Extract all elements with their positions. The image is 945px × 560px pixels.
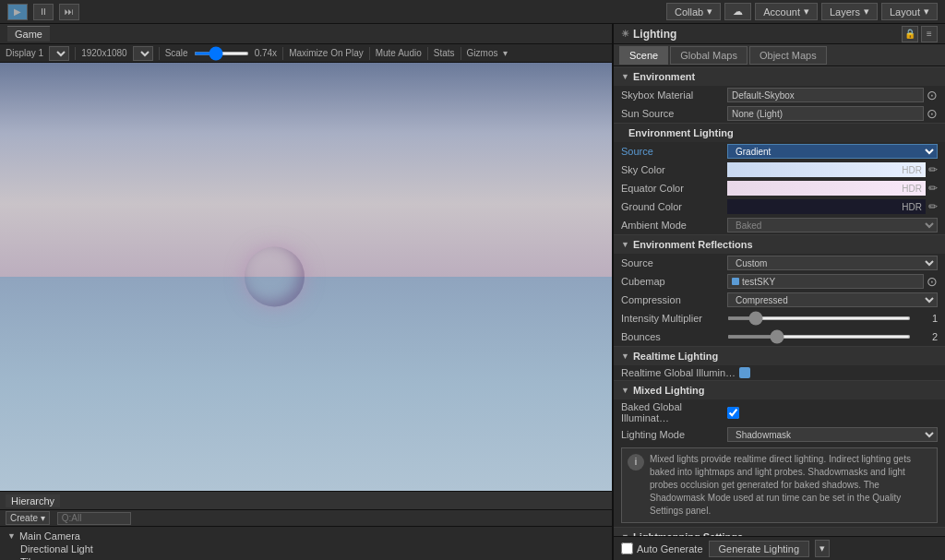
- sky-color-row: Sky Color HDR ✏: [614, 161, 945, 179]
- create-button[interactable]: Create ▾: [6, 511, 50, 525]
- ambient-mode-label: Ambient Mode: [621, 220, 727, 231]
- ambient-mode-select[interactable]: Baked Realtime: [727, 218, 938, 232]
- skybox-dot-icon[interactable]: ⊙: [927, 88, 938, 102]
- top-toolbar: ▶ ⏸ ⏭ Collab ▾ ☁ Account ▾ Layers ▾ Layo…: [0, 0, 945, 24]
- auto-generate-checkbox[interactable]: [621, 542, 633, 554]
- gizmos-arrow: ▾: [503, 48, 508, 58]
- menu-button[interactable]: ≡: [921, 26, 938, 42]
- refl-source-select[interactable]: Custom Skybox: [727, 256, 938, 270]
- lock-button[interactable]: 🔒: [902, 26, 918, 42]
- mixed-header: ▼ Mixed Lighting: [614, 380, 945, 399]
- sun-input[interactable]: [727, 106, 924, 121]
- list-item[interactable]: Tile: [20, 555, 604, 560]
- sphere-object: [245, 247, 305, 307]
- stats-label[interactable]: Stats: [434, 48, 455, 58]
- source-row: Source Gradient Color Skybox: [614, 142, 945, 161]
- lighting-sub-tabs: Scene Global Maps Object Maps: [614, 44, 945, 66]
- cubemap-dot-icon[interactable]: ⊙: [927, 274, 938, 289]
- sun-value: ⊙: [727, 106, 938, 121]
- realtime-gi-row: Realtime Global Illumin…: [614, 365, 945, 380]
- account-button[interactable]: Account ▾: [755, 3, 818, 20]
- hierarchy-item-label: Directional Light: [20, 543, 93, 554]
- equator-color-edit-icon[interactable]: ✏: [928, 182, 938, 195]
- lighting-icon: ☀: [621, 29, 629, 39]
- sky-color-swatch[interactable]: HDR: [727, 162, 926, 177]
- sep1: [75, 47, 76, 60]
- display-select[interactable]: [49, 46, 69, 61]
- baked-gi-checkbox[interactable]: [727, 407, 739, 419]
- resolution-select[interactable]: [133, 46, 153, 61]
- collab-label: Collab: [675, 6, 703, 18]
- generate-dropdown-button[interactable]: ▾: [815, 540, 830, 557]
- equator-color-label: Equator Color: [621, 183, 727, 194]
- compression-select[interactable]: Compressed Uncompressed: [727, 292, 938, 307]
- scale-label: Scale: [165, 48, 188, 58]
- mute-label[interactable]: Mute Audio: [376, 48, 422, 58]
- equator-color-row: Equator Color HDR ✏: [614, 179, 945, 197]
- maximize-label[interactable]: Maximize On Play: [289, 48, 364, 58]
- equator-color-swatch[interactable]: HDR: [727, 181, 926, 196]
- source-label: Source: [621, 146, 727, 157]
- tab-object-maps-label: Object Maps: [760, 50, 817, 61]
- lighting-mode-row: Lighting Mode Shadowmask Subtractive Bak…: [614, 425, 945, 444]
- lightmapping-header: ▼ Lightmapping Settings: [614, 527, 945, 536]
- scale-slider[interactable]: [194, 52, 249, 55]
- sky-gradient: [0, 63, 612, 298]
- baked-gi-value: [727, 407, 938, 419]
- step-button[interactable]: ⏭: [59, 4, 79, 20]
- source-select[interactable]: Gradient Color Skybox: [727, 144, 938, 159]
- cubemap-row: Cubemap testSKY ⊙: [614, 272, 945, 291]
- game-tab[interactable]: Game: [7, 26, 50, 42]
- intensity-slider[interactable]: [727, 316, 911, 320]
- mixed-info-box: i Mixed lights provide realtime direct l…: [621, 447, 938, 523]
- collab-button[interactable]: Collab ▾: [666, 3, 721, 20]
- layout-button[interactable]: Layout ▾: [881, 3, 938, 20]
- lighting-mode-select[interactable]: Shadowmask Subtractive Baked Indirect: [727, 427, 938, 442]
- tab-object-maps[interactable]: Object Maps: [749, 46, 827, 65]
- equator-color-badge: HDR: [902, 184, 922, 194]
- cloud-button[interactable]: ☁: [724, 3, 751, 20]
- sun-dot-icon[interactable]: ⊙: [927, 106, 938, 121]
- cubemap-field[interactable]: testSKY: [727, 274, 924, 289]
- bounces-value: 2: [727, 331, 938, 342]
- collab-arrow: ▾: [707, 6, 712, 18]
- main-area: Game Display 1 1920x1080 Scale 0.74x Max…: [0, 24, 945, 560]
- ambient-mode-value: Baked Realtime: [727, 218, 938, 232]
- tab-global-maps[interactable]: Global Maps: [670, 46, 748, 65]
- lighting-mode-label: Lighting Mode: [621, 429, 727, 440]
- hierarchy-item-label: Main Camera: [19, 530, 80, 542]
- skybox-input[interactable]: [727, 88, 924, 102]
- layers-button[interactable]: Layers ▾: [821, 3, 878, 20]
- env-lighting-header: Environment Lighting: [614, 123, 945, 142]
- ground-color-badge: HDR: [902, 202, 922, 212]
- source-value: Gradient Color Skybox: [727, 144, 938, 159]
- cloud-icon: ☁: [733, 6, 743, 18]
- bounces-slider[interactable]: [727, 335, 911, 339]
- play-button[interactable]: ▶: [7, 4, 28, 20]
- lighting-content: ▼ Environment Skybox Material ⊙ Sun Sour…: [614, 66, 945, 536]
- cubemap-icon: [732, 278, 739, 285]
- hierarchy-search[interactable]: [57, 512, 131, 525]
- ground-color-swatch[interactable]: HDR: [727, 199, 926, 214]
- tab-scene[interactable]: Scene: [619, 46, 668, 65]
- sky-color-edit-icon[interactable]: ✏: [928, 163, 938, 176]
- mixed-header-label: Mixed Lighting: [633, 385, 705, 396]
- compression-label: Compression: [621, 294, 727, 305]
- cubemap-value: testSKY ⊙: [727, 274, 938, 289]
- generate-lighting-button[interactable]: Generate Lighting: [709, 541, 809, 557]
- account-label: Account: [763, 6, 800, 18]
- ground-color-edit-icon[interactable]: ✏: [928, 200, 938, 213]
- game-toolbar: Display 1 1920x1080 Scale 0.74x Maximize…: [0, 44, 612, 63]
- realtime-arrow-icon: ▼: [621, 351, 629, 361]
- gizmos-label[interactable]: Gizmos: [467, 48, 498, 58]
- account-arrow: ▾: [804, 6, 809, 18]
- list-item[interactable]: Directional Light: [20, 542, 604, 555]
- hierarchy-tab[interactable]: Hierarchy: [6, 494, 60, 507]
- list-item[interactable]: ▼ Main Camera: [7, 530, 604, 542]
- pause-button[interactable]: ⏸: [33, 4, 54, 20]
- equator-color-value: HDR ✏: [727, 181, 938, 196]
- compression-value: Compressed Uncompressed: [727, 292, 938, 307]
- mixed-info-text: Mixed lights provide realtime direct lig…: [650, 453, 931, 518]
- lighting-title: ☀ Lighting: [621, 28, 676, 41]
- ground-color-label: Ground Color: [621, 201, 727, 212]
